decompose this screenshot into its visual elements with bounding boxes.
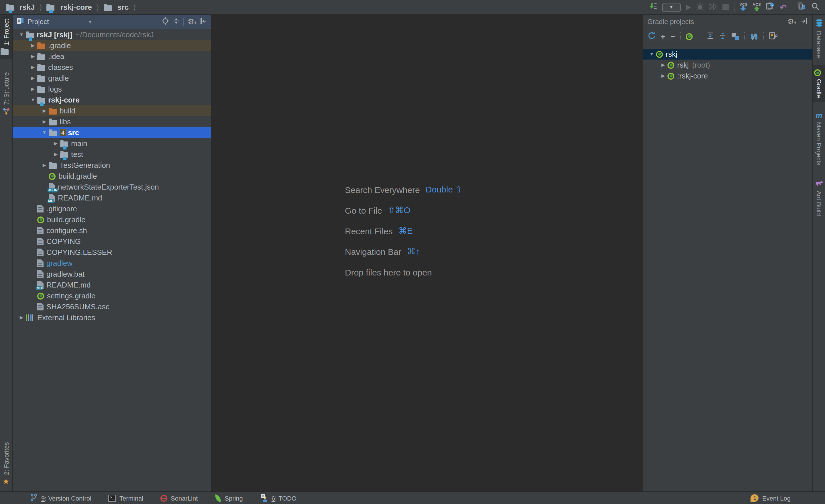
tree-row-label: COPYING <box>47 237 81 246</box>
breadcrumb-item-src[interactable]: src <box>104 3 129 11</box>
breadcrumb-label: src <box>118 3 129 11</box>
expand-arrow-icon[interactable] <box>17 32 26 37</box>
run-configuration-select[interactable]: ▼ <box>662 3 680 12</box>
tree-row-label: libs <box>60 117 71 126</box>
tool-tab-favorites[interactable]: 2: Favorites ★ <box>0 438 12 489</box>
group-modules-icon[interactable] <box>732 33 739 40</box>
tree-row[interactable]: .gradle <box>13 40 211 51</box>
tree-row[interactable]: rskj-core <box>13 94 211 105</box>
tree-row[interactable]: :rskj-core <box>643 70 812 81</box>
expand-arrow-icon[interactable] <box>29 76 37 81</box>
detach-project-icon[interactable]: − <box>670 32 675 40</box>
vcs-update-icon[interactable]: VCS <box>739 3 748 12</box>
expand-arrow-icon[interactable] <box>40 108 49 113</box>
tool-tab-maven[interactable]: m Maven Projects <box>813 108 825 170</box>
recent-changes-icon[interactable] <box>766 2 775 12</box>
attach-project-icon[interactable]: + <box>661 32 665 40</box>
statusbar-spring[interactable]: Spring <box>215 495 243 501</box>
gear-icon[interactable]: ⚙▾ <box>788 18 796 26</box>
update-project-icon[interactable] <box>648 2 657 12</box>
tree-row[interactable]: build.gradle <box>13 214 211 225</box>
expand-arrow-icon[interactable] <box>648 52 656 57</box>
chevron-down-icon[interactable]: ▼ <box>88 19 92 24</box>
tree-row[interactable]: External Libraries <box>13 312 211 323</box>
expand-arrow-icon[interactable] <box>40 119 49 124</box>
tree-row[interactable]: MD README.md <box>13 279 211 290</box>
gradle-settings-icon[interactable] <box>769 32 778 41</box>
run-icon[interactable] <box>685 4 691 10</box>
tree-row[interactable]: COPYING <box>13 236 211 247</box>
statusbar-todo[interactable]: 6: TODO <box>260 493 297 503</box>
tree-row[interactable]: gradlew <box>13 258 211 269</box>
tree-row[interactable]: test <box>13 149 211 160</box>
run-gradle-task-icon[interactable] <box>686 33 693 40</box>
project-structure-icon[interactable] <box>798 2 806 12</box>
tree-row[interactable]: .idea <box>13 51 211 62</box>
vcs-commit-icon[interactable]: VCS <box>753 3 761 12</box>
collapse-all-icon[interactable] <box>719 32 727 41</box>
tree-row[interactable]: classes <box>13 62 211 73</box>
tree-row[interactable]: COPYING.LESSER <box>13 247 211 258</box>
breadcrumb-item-rskj-core[interactable]: rskj-core <box>47 3 92 11</box>
file-type-badge: JSON <box>48 188 58 192</box>
tree-row[interactable]: 4 src <box>13 127 211 138</box>
offline-mode-icon[interactable] <box>750 33 758 40</box>
statusbar-terminal[interactable]: Terminal <box>108 495 143 501</box>
statusbar-version-control[interactable]: 9: Version Control <box>30 493 91 503</box>
tree-row[interactable]: SHA256SUMS.asc <box>13 301 211 312</box>
expand-arrow-icon[interactable] <box>40 163 49 168</box>
tree-row-label: .gradle <box>48 41 71 50</box>
tree-row[interactable]: rskJ [rskj] ~/Documents/code/rskJ <box>13 29 211 40</box>
collapse-all-icon[interactable] <box>173 17 180 26</box>
tool-tab-project[interactable]: 1: Project <box>0 15 12 59</box>
tree-row[interactable]: .gitignore <box>13 203 211 214</box>
tree-row[interactable]: main <box>13 138 211 149</box>
tool-tab-ant[interactable]: Ant Build <box>813 175 825 220</box>
expand-arrow-icon[interactable] <box>29 54 37 59</box>
tool-tab-database[interactable]: Database <box>813 15 825 62</box>
stop-icon[interactable] <box>722 4 729 10</box>
gear-icon[interactable]: ⚙▾ <box>188 18 197 26</box>
expand-arrow-icon[interactable] <box>29 65 37 70</box>
project-view-icon <box>17 17 24 26</box>
hide-panel-icon[interactable] <box>200 17 207 26</box>
editor-area[interactable]: Search EverywhereDouble ⇧ Go to File⇧⌘O … <box>211 15 643 491</box>
tree-row[interactable]: logs <box>13 84 211 94</box>
tree-row[interactable]: rskj (root) <box>643 60 812 70</box>
locate-file-icon[interactable] <box>162 17 169 26</box>
tree-row[interactable]: gradlew.bat <box>13 269 211 279</box>
expand-arrow-icon[interactable] <box>29 86 37 92</box>
tool-tab-gradle[interactable]: Gradle <box>813 65 825 102</box>
debug-icon[interactable] <box>696 3 704 12</box>
expand-arrow-icon[interactable] <box>40 130 49 135</box>
statusbar-event-log[interactable]: 1 Event Log <box>751 494 791 502</box>
tree-row[interactable]: rskj <box>643 49 812 60</box>
search-everywhere-icon[interactable] <box>811 2 819 12</box>
breadcrumb-item-rskj[interactable]: rskJ <box>6 3 35 11</box>
tree-row[interactable]: JSON networkStateExporterTest.json <box>13 182 211 192</box>
tree-row[interactable]: gradle <box>13 73 211 84</box>
expand-arrow-icon[interactable] <box>52 152 60 157</box>
statusbar-sonarlint[interactable]: SonarLint <box>160 495 198 501</box>
refresh-icon[interactable] <box>648 31 656 41</box>
tree-row[interactable]: libs <box>13 116 211 127</box>
expand-arrow-icon[interactable] <box>52 141 60 146</box>
expand-arrow-icon[interactable] <box>659 73 667 78</box>
run-with-coverage-icon[interactable] <box>709 3 717 12</box>
status-bar: 9: Version Control Terminal SonarLint Sp… <box>0 491 825 504</box>
hide-panel-icon[interactable] <box>801 17 808 26</box>
rollback-icon[interactable]: ↶ <box>780 3 786 11</box>
tree-row-label: classes <box>48 63 73 72</box>
tree-row[interactable]: settings.gradle <box>13 290 211 301</box>
tree-row[interactable]: build <box>13 105 211 116</box>
expand-arrow-icon[interactable] <box>29 97 37 102</box>
tree-row[interactable]: build.gradle <box>13 171 211 182</box>
expand-arrow-icon[interactable] <box>17 315 26 320</box>
tree-row[interactable]: configure.sh <box>13 225 211 236</box>
tree-row[interactable]: MD README.md <box>13 192 211 203</box>
tool-tab-structure[interactable]: 7: Structure <box>0 69 12 120</box>
expand-arrow-icon[interactable] <box>659 63 667 68</box>
expand-all-icon[interactable] <box>707 32 714 41</box>
expand-arrow-icon[interactable] <box>29 43 37 48</box>
tree-row[interactable]: TestGeneration <box>13 160 211 171</box>
